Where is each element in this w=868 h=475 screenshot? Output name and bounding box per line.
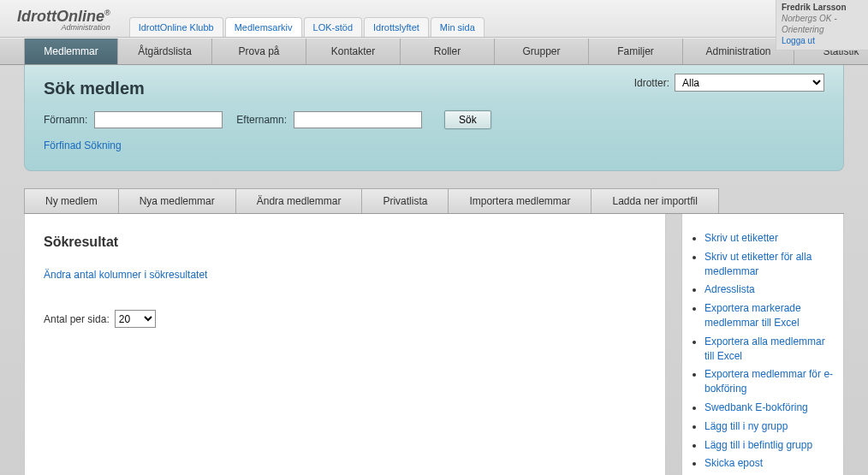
action-skriv-etiketter-alla[interactable]: Skriv ut etiketter för alla medlemmar xyxy=(705,250,836,279)
subtab-ny-medlem[interactable]: Ny medlem xyxy=(24,188,119,213)
tab-atgardslista[interactable]: Åtgärdslista xyxy=(118,39,212,64)
user-name: Fredrik Larsson xyxy=(782,2,863,13)
logout-link[interactable]: Logga ut xyxy=(782,35,863,46)
action-adresslista[interactable]: Adresslista xyxy=(705,282,836,297)
efternamn-input[interactable] xyxy=(294,111,422,128)
action-export-alla[interactable]: Exportera alla medlemmar till Excel xyxy=(705,335,836,364)
action-swedbank[interactable]: Swedbank E-bokföring xyxy=(705,401,836,415)
top-tab-minsida[interactable]: Min sida xyxy=(431,17,485,37)
sok-button[interactable]: Sök xyxy=(444,110,491,129)
efternamn-label: Efternamn: xyxy=(236,114,287,126)
sub-tabs: Ny medlem Nya medlemmar Ändra medlemmar … xyxy=(24,188,844,214)
user-org: Norbergs OK - Orientering xyxy=(782,13,863,35)
subtab-privatlista[interactable]: Privatlista xyxy=(361,188,449,213)
subtab-ladda-ner[interactable]: Ladda ner importfil xyxy=(591,188,718,213)
subtab-importera[interactable]: Importera medlemmar xyxy=(448,188,592,213)
tab-grupper[interactable]: Grupper xyxy=(495,39,589,64)
tab-provapa[interactable]: Prova på xyxy=(212,39,306,64)
results-panel: Sökresultat Ändra antal kolumner i sökre… xyxy=(24,214,666,475)
top-tab-lokstod[interactable]: LOK-stöd xyxy=(304,17,362,37)
actions-panel: Skriv ut etiketter Skriv ut etiketter fö… xyxy=(681,214,844,475)
action-befintlig-grupp[interactable]: Lägg till i befintlig grupp xyxy=(705,438,836,453)
user-info-box: Fredrik Larsson Norbergs OK - Orienterin… xyxy=(776,0,868,50)
subtab-andra-medlemmar[interactable]: Ändra medlemmar xyxy=(235,188,363,213)
top-tab-medlemsarkiv[interactable]: Medlemsarkiv xyxy=(225,17,302,37)
action-skriv-etiketter[interactable]: Skriv ut etiketter xyxy=(705,231,836,246)
app-logo: IdrottOnline® Administration xyxy=(0,4,122,37)
per-page-label: Antal per sida: xyxy=(44,313,110,325)
tab-roller[interactable]: Roller xyxy=(401,39,495,64)
tab-familjer[interactable]: Familjer xyxy=(589,39,683,64)
main-tabs: Medlemmar Åtgärdslista Prova på Kontakte… xyxy=(0,38,868,65)
per-page-select[interactable]: 20 xyxy=(115,310,156,328)
subtab-nya-medlemmar[interactable]: Nya medlemmar xyxy=(118,188,236,213)
tab-medlemmar[interactable]: Medlemmar xyxy=(24,39,118,64)
content-row: Sökresultat Ändra antal kolumner i sökre… xyxy=(24,214,844,475)
fornamn-input[interactable] xyxy=(94,111,223,128)
top-tab-idrottslyftet[interactable]: Idrottslyftet xyxy=(364,17,429,37)
idrotter-row: Idrotter: Alla xyxy=(634,74,824,92)
per-page-row: Antal per sida: 20 xyxy=(44,310,646,328)
refined-search-link[interactable]: Förfinad Sökning xyxy=(44,140,122,151)
top-tabs: IdrottOnline Klubb Medlemsarkiv LOK-stöd… xyxy=(129,17,485,37)
logo-text: IdrottOnline® xyxy=(17,8,110,25)
idrotter-label: Idrotter: xyxy=(634,77,669,89)
action-ny-grupp[interactable]: Lägg till i ny grupp xyxy=(705,419,836,434)
results-title: Sökresultat xyxy=(44,235,646,250)
fornamn-label: Förnamn: xyxy=(44,114,87,126)
top-tab-klubb[interactable]: IdrottOnline Klubb xyxy=(129,17,223,37)
idrotter-select[interactable]: Alla xyxy=(675,74,824,92)
tab-kontakter[interactable]: Kontakter xyxy=(306,39,401,64)
app-header: IdrottOnline® Administration IdrottOnlin… xyxy=(0,0,868,38)
search-panel: Idrotter: Alla Sök medlem Förnamn: Efter… xyxy=(24,65,844,171)
action-export-ebokforing[interactable]: Exportera medlemmar för e-bokföring xyxy=(705,367,836,396)
change-columns-link[interactable]: Ändra antal kolumner i sökresultatet xyxy=(44,269,207,281)
search-fields: Förnamn: Efternamn: Sök xyxy=(44,110,824,129)
action-export-markerade[interactable]: Exportera markerade medlemmar till Excel xyxy=(705,301,836,330)
action-skicka-epost[interactable]: Skicka epost xyxy=(705,456,836,471)
